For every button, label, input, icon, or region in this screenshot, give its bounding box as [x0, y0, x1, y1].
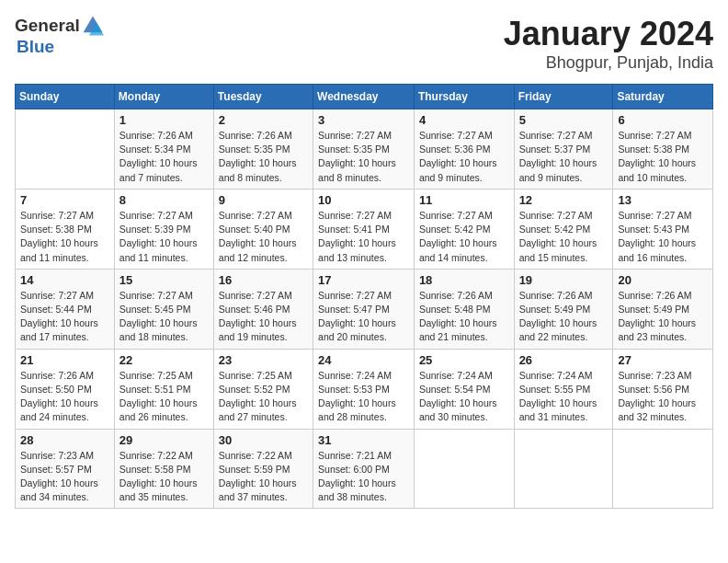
calendar-cell: 9Sunrise: 7:27 AMSunset: 5:40 PMDaylight… — [213, 189, 313, 269]
day-info: Sunrise: 7:27 AMSunset: 5:35 PMDaylight:… — [318, 129, 409, 185]
day-info: Sunrise: 7:26 AMSunset: 5:35 PMDaylight:… — [219, 129, 308, 185]
day-number: 20 — [618, 273, 708, 287]
column-header-sunday: Sunday — [16, 85, 115, 109]
calendar-header-row: SundayMondayTuesdayWednesdayThursdayFrid… — [16, 85, 713, 109]
logo-blue-text: Blue — [17, 37, 54, 56]
day-number: 22 — [119, 353, 209, 367]
calendar-cell: 13Sunrise: 7:27 AMSunset: 5:43 PMDayligh… — [613, 189, 713, 269]
calendar-cell: 22Sunrise: 7:25 AMSunset: 5:51 PMDayligh… — [114, 349, 213, 429]
column-header-thursday: Thursday — [414, 85, 514, 109]
day-info: Sunrise: 7:21 AMSunset: 6:00 PMDaylight:… — [318, 449, 409, 505]
day-info: Sunrise: 7:26 AMSunset: 5:50 PMDaylight:… — [20, 369, 109, 425]
day-info: Sunrise: 7:22 AMSunset: 5:58 PMDaylight:… — [119, 449, 209, 505]
calendar-cell — [16, 109, 115, 190]
day-info: Sunrise: 7:24 AMSunset: 5:55 PMDaylight:… — [519, 369, 609, 425]
day-number: 24 — [318, 353, 409, 367]
day-info: Sunrise: 7:27 AMSunset: 5:38 PMDaylight:… — [618, 129, 708, 185]
day-info: Sunrise: 7:27 AMSunset: 5:42 PMDaylight:… — [419, 209, 509, 265]
calendar-cell — [514, 429, 613, 509]
calendar-cell: 24Sunrise: 7:24 AMSunset: 5:53 PMDayligh… — [313, 349, 415, 429]
day-number: 23 — [219, 353, 308, 367]
title-section: January 2024 Bhogpur, Punjab, India — [504, 15, 713, 73]
day-number: 15 — [119, 273, 209, 287]
calendar-cell: 27Sunrise: 7:23 AMSunset: 5:56 PMDayligh… — [613, 349, 713, 429]
day-info: Sunrise: 7:27 AMSunset: 5:37 PMDaylight:… — [519, 129, 609, 185]
calendar-body: 1Sunrise: 7:26 AMSunset: 5:34 PMDaylight… — [16, 109, 713, 509]
calendar-cell: 16Sunrise: 7:27 AMSunset: 5:46 PMDayligh… — [213, 269, 313, 349]
logo-general-text: General — [15, 16, 80, 36]
calendar-cell: 3Sunrise: 7:27 AMSunset: 5:35 PMDaylight… — [313, 109, 415, 190]
calendar-cell: 30Sunrise: 7:22 AMSunset: 5:59 PMDayligh… — [213, 429, 313, 509]
day-number: 10 — [318, 193, 409, 207]
day-info: Sunrise: 7:27 AMSunset: 5:36 PMDaylight:… — [419, 129, 509, 185]
day-info: Sunrise: 7:27 AMSunset: 5:42 PMDaylight:… — [519, 209, 609, 265]
day-info: Sunrise: 7:26 AMSunset: 5:34 PMDaylight:… — [119, 129, 209, 185]
day-number: 6 — [618, 113, 708, 127]
day-number: 25 — [419, 353, 509, 367]
day-number: 3 — [318, 113, 409, 127]
column-header-tuesday: Tuesday — [213, 85, 313, 109]
calendar-cell: 15Sunrise: 7:27 AMSunset: 5:45 PMDayligh… — [114, 269, 213, 349]
calendar-cell: 31Sunrise: 7:21 AMSunset: 6:00 PMDayligh… — [313, 429, 415, 509]
column-header-monday: Monday — [114, 85, 213, 109]
location-title: Bhogpur, Punjab, India — [504, 53, 713, 73]
calendar-cell: 5Sunrise: 7:27 AMSunset: 5:37 PMDaylight… — [514, 109, 613, 190]
day-number: 14 — [20, 273, 109, 287]
day-info: Sunrise: 7:27 AMSunset: 5:46 PMDaylight:… — [219, 289, 308, 345]
day-info: Sunrise: 7:22 AMSunset: 5:59 PMDaylight:… — [219, 449, 308, 505]
day-info: Sunrise: 7:27 AMSunset: 5:38 PMDaylight:… — [20, 209, 109, 265]
day-number: 13 — [618, 193, 708, 207]
logo: General Blue — [15, 15, 104, 57]
day-number: 16 — [219, 273, 308, 287]
calendar-cell: 20Sunrise: 7:26 AMSunset: 5:49 PMDayligh… — [613, 269, 713, 349]
logo-icon — [82, 15, 104, 37]
day-info: Sunrise: 7:27 AMSunset: 5:44 PMDaylight:… — [20, 289, 109, 345]
day-info: Sunrise: 7:24 AMSunset: 5:54 PMDaylight:… — [419, 369, 509, 425]
day-number: 17 — [318, 273, 409, 287]
week-row-1: 1Sunrise: 7:26 AMSunset: 5:34 PMDaylight… — [16, 109, 713, 190]
calendar-cell: 1Sunrise: 7:26 AMSunset: 5:34 PMDaylight… — [114, 109, 213, 190]
calendar-cell: 10Sunrise: 7:27 AMSunset: 5:41 PMDayligh… — [313, 189, 415, 269]
calendar-table: SundayMondayTuesdayWednesdayThursdayFrid… — [15, 84, 713, 509]
day-number: 19 — [519, 273, 609, 287]
day-number: 7 — [20, 193, 109, 207]
calendar-cell: 2Sunrise: 7:26 AMSunset: 5:35 PMDaylight… — [213, 109, 313, 190]
calendar-cell: 25Sunrise: 7:24 AMSunset: 5:54 PMDayligh… — [414, 349, 514, 429]
calendar-cell: 8Sunrise: 7:27 AMSunset: 5:39 PMDaylight… — [114, 189, 213, 269]
calendar-cell: 26Sunrise: 7:24 AMSunset: 5:55 PMDayligh… — [514, 349, 613, 429]
day-number: 26 — [519, 353, 609, 367]
day-info: Sunrise: 7:26 AMSunset: 5:49 PMDaylight:… — [618, 289, 708, 345]
week-row-5: 28Sunrise: 7:23 AMSunset: 5:57 PMDayligh… — [16, 429, 713, 509]
week-row-4: 21Sunrise: 7:26 AMSunset: 5:50 PMDayligh… — [16, 349, 713, 429]
calendar-cell: 11Sunrise: 7:27 AMSunset: 5:42 PMDayligh… — [414, 189, 514, 269]
day-number: 5 — [519, 113, 609, 127]
day-number: 30 — [219, 433, 308, 447]
day-number: 1 — [119, 113, 209, 127]
week-row-2: 7Sunrise: 7:27 AMSunset: 5:38 PMDaylight… — [16, 189, 713, 269]
day-info: Sunrise: 7:25 AMSunset: 5:52 PMDaylight:… — [219, 369, 308, 425]
calendar-cell: 7Sunrise: 7:27 AMSunset: 5:38 PMDaylight… — [16, 189, 115, 269]
day-number: 27 — [618, 353, 708, 367]
day-info: Sunrise: 7:27 AMSunset: 5:45 PMDaylight:… — [119, 289, 209, 345]
calendar-cell: 19Sunrise: 7:26 AMSunset: 5:49 PMDayligh… — [514, 269, 613, 349]
day-number: 21 — [20, 353, 109, 367]
day-info: Sunrise: 7:26 AMSunset: 5:48 PMDaylight:… — [419, 289, 509, 345]
calendar-cell: 4Sunrise: 7:27 AMSunset: 5:36 PMDaylight… — [414, 109, 514, 190]
calendar-cell: 6Sunrise: 7:27 AMSunset: 5:38 PMDaylight… — [613, 109, 713, 190]
day-number: 8 — [119, 193, 209, 207]
calendar-cell: 18Sunrise: 7:26 AMSunset: 5:48 PMDayligh… — [414, 269, 514, 349]
calendar-cell: 23Sunrise: 7:25 AMSunset: 5:52 PMDayligh… — [213, 349, 313, 429]
day-info: Sunrise: 7:27 AMSunset: 5:41 PMDaylight:… — [318, 209, 409, 265]
calendar-cell: 14Sunrise: 7:27 AMSunset: 5:44 PMDayligh… — [16, 269, 115, 349]
column-header-wednesday: Wednesday — [313, 85, 415, 109]
day-number: 31 — [318, 433, 409, 447]
day-number: 28 — [20, 433, 109, 447]
day-number: 12 — [519, 193, 609, 207]
day-info: Sunrise: 7:27 AMSunset: 5:39 PMDaylight:… — [119, 209, 209, 265]
column-header-saturday: Saturday — [613, 85, 713, 109]
page-header: General Blue January 2024 Bhogpur, Punja… — [15, 15, 713, 73]
day-info: Sunrise: 7:27 AMSunset: 5:40 PMDaylight:… — [219, 209, 308, 265]
day-info: Sunrise: 7:23 AMSunset: 5:56 PMDaylight:… — [618, 369, 708, 425]
column-header-friday: Friday — [514, 85, 613, 109]
day-info: Sunrise: 7:25 AMSunset: 5:51 PMDaylight:… — [119, 369, 209, 425]
